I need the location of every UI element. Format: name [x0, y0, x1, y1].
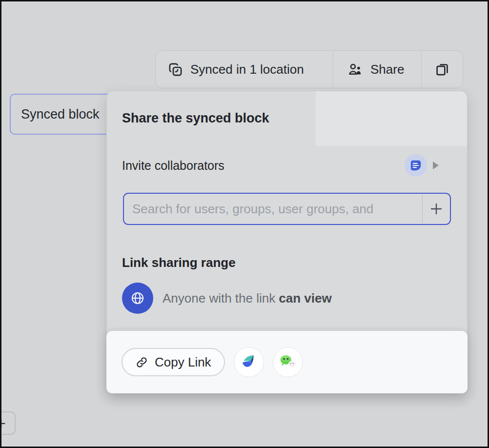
copy-link-button[interactable]: Copy Link	[122, 348, 225, 376]
document-canvas: Synced in 1 location Share	[0, 0, 489, 448]
synced-locations-label: Synced in 1 location	[190, 62, 304, 77]
share-to-lark-button[interactable]	[234, 347, 264, 377]
globe-icon	[129, 289, 146, 307]
link-sharing-heading: Link sharing range	[122, 255, 236, 270]
add-collaborator-button[interactable]	[423, 194, 450, 224]
copy-link-label: Copy Link	[155, 355, 211, 370]
synced-block-text: Synced block	[21, 107, 100, 122]
globe-badge	[122, 283, 153, 314]
share-button[interactable]: Share	[333, 51, 421, 88]
block-toolbar: Synced in 1 location Share	[155, 50, 463, 88]
link-icon	[135, 356, 148, 369]
share-label: Share	[370, 62, 404, 77]
document-icon	[408, 158, 423, 173]
copy-icon	[434, 61, 450, 78]
share-to-wechat-button[interactable]	[273, 347, 303, 377]
wechat-icon	[279, 353, 297, 371]
copy-block-button[interactable]	[422, 51, 463, 88]
synced-locations-button[interactable]: Synced in 1 location	[156, 51, 333, 88]
scope-prefix: Anyone with the link	[163, 291, 275, 305]
popup-corner-sheen	[316, 91, 467, 146]
share-popup: Share the synced block Invite collaborat…	[106, 91, 468, 393]
plus-icon	[429, 202, 444, 216]
popup-title: Share the synced block	[122, 111, 269, 126]
collaborator-search-input[interactable]	[124, 194, 422, 224]
popup-footer: Copy Link	[106, 331, 468, 393]
share-people-icon	[347, 62, 363, 77]
invite-collaborators-row[interactable]: Invite collaborators	[122, 152, 439, 179]
document-badge	[405, 154, 427, 177]
scope-permission: can view	[279, 291, 331, 305]
link-sharing-scope-text: Anyone with the linkcan view	[163, 291, 332, 306]
plus-icon: +	[0, 414, 6, 433]
lark-icon	[240, 353, 258, 371]
sync-locations-icon	[168, 62, 183, 77]
chevron-right-icon[interactable]	[432, 161, 439, 170]
invite-collaborators-label: Invite collaborators	[122, 159, 224, 173]
add-block-button[interactable]: +	[0, 411, 16, 435]
link-sharing-scope-row[interactable]: Anyone with the linkcan view	[122, 283, 332, 314]
collaborator-search-box	[123, 193, 451, 225]
